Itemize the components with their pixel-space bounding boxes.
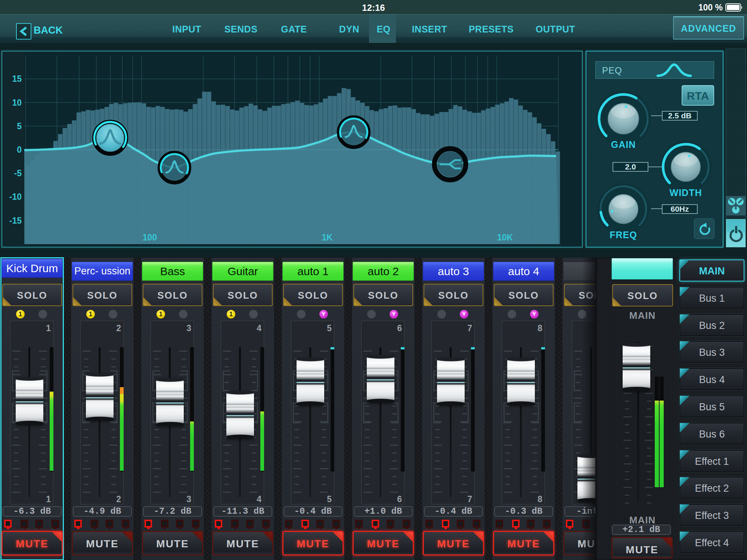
svg-text:-10: -10: [9, 192, 22, 202]
svg-text:WIDTH: WIDTH: [670, 187, 702, 198]
svg-text:FREQ: FREQ: [610, 230, 637, 240]
svg-text:-5: -5: [14, 168, 22, 178]
svg-text:10: 10: [12, 98, 22, 108]
svg-text:5: 5: [17, 121, 22, 131]
svg-text:100: 100: [143, 233, 157, 242]
svg-text:GAIN: GAIN: [611, 139, 636, 150]
svg-text:15: 15: [12, 74, 22, 84]
svg-text:-15: -15: [9, 216, 22, 225]
svg-text:0: 0: [17, 145, 22, 155]
svg-text:1K: 1K: [322, 233, 333, 242]
svg-text:10K: 10K: [497, 233, 513, 242]
